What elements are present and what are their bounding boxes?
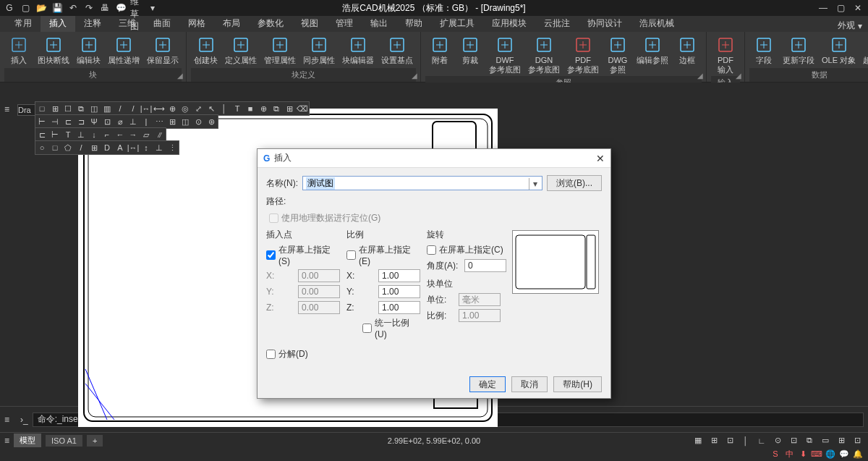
tool-btn-0-10[interactable]: ⊕ [166, 102, 179, 115]
title-dropdown-icon[interactable]: 二维草图 [130, 1, 143, 14]
maximize-button[interactable]: ▢ [833, 2, 848, 14]
tool-btn-1-7[interactable]: ⊥ [127, 115, 140, 128]
tool-btn-3-9[interactable]: ⊥ [153, 141, 166, 154]
tray-icon-1[interactable]: 中 [783, 448, 795, 460]
hamburger-icon[interactable]: ≡ [4, 104, 16, 116]
ribbon-btn-pdf-in[interactable]: PDF输入 [711, 34, 740, 76]
explode-checkbox[interactable] [266, 350, 276, 359]
status-toggle-4[interactable]: ∟ [755, 434, 768, 447]
tool-btn-1-10[interactable]: ⊞ [166, 115, 179, 128]
status-toggle-8[interactable]: ▭ [819, 434, 832, 447]
tool-btn-0-7[interactable]: / [127, 102, 140, 115]
ribbon-btn-ole[interactable]: OLE 对象 [819, 34, 859, 68]
panel-launcher-icon[interactable]: ◢ [412, 72, 417, 80]
ribbon-btn-block-break[interactable]: 图块断线 [35, 34, 72, 68]
tool-btn-0-4[interactable]: ◫ [88, 102, 101, 115]
ribbon-tab-5[interactable]: 网格 [179, 15, 214, 32]
tool-btn-2-9[interactable]: ⫽ [153, 128, 166, 141]
ribbon-tab-0[interactable]: 常用 [6, 15, 41, 32]
panel-launcher-icon[interactable]: ◢ [697, 72, 703, 80]
tool-btn-0-5[interactable]: ▥ [101, 102, 114, 115]
close-button[interactable]: ✕ [851, 2, 865, 14]
ribbon-btn-dwg[interactable]: DWG参照 [603, 34, 632, 76]
ribbon-btn-manage-attr[interactable]: 管理属性 [261, 34, 299, 68]
ribbon-btn-edit-block[interactable]: 编辑块 [74, 34, 103, 68]
ribbon-tab-8[interactable]: 视图 [292, 15, 327, 32]
tool-btn-0-16[interactable]: ■ [244, 102, 257, 115]
tool-btn-1-12[interactable]: ⊙ [192, 115, 205, 128]
tool-btn-1-0[interactable]: ⊢ [35, 115, 48, 128]
ribbon-tab-4[interactable]: 曲面 [145, 15, 179, 32]
sz-input[interactable] [378, 301, 420, 314]
scale-onscreen-checkbox[interactable] [346, 250, 356, 260]
tool-btn-1-11[interactable]: ◫ [179, 115, 192, 128]
tool-btn-3-5[interactable]: D [101, 141, 114, 154]
ribbon-tab-1[interactable]: 插入 [41, 15, 75, 32]
ribbon-btn-attr-inc[interactable]: 属性递增 [105, 34, 142, 68]
tool-btn-0-18[interactable]: ⧉ [270, 102, 283, 115]
ribbon-btn-field[interactable]: 字段 [749, 34, 778, 68]
save-icon[interactable]: 💾 [51, 1, 64, 14]
panel-launcher-icon[interactable]: ◢ [177, 72, 183, 80]
ribbon-btn-dgn[interactable]: DGN参考底图 [525, 34, 563, 76]
browse-button[interactable]: 浏览(B)... [547, 175, 602, 191]
tray-icon-0[interactable]: S [770, 448, 781, 460]
tool-btn-2-6[interactable]: ← [114, 128, 127, 141]
ribbon-tab-7[interactable]: 参数化 [249, 15, 292, 32]
tool-btn-0-0[interactable]: □ [35, 102, 48, 115]
tool-btn-1-3[interactable]: ⊐ [75, 115, 88, 128]
ribbon-btn-attach[interactable]: 附着 [425, 34, 454, 76]
tool-btn-0-2[interactable]: ☐ [61, 102, 75, 115]
tool-btn-0-1[interactable]: ⊞ [48, 102, 61, 115]
status-toggle-10[interactable]: ⊡ [851, 434, 864, 447]
ribbon-btn-frame[interactable]: 边框 [673, 34, 702, 76]
tray-icon-4[interactable]: 🌐 [825, 448, 836, 460]
cmd-hamburger-icon[interactable]: ≡ [4, 415, 16, 425]
tool-btn-2-7[interactable]: → [127, 128, 140, 141]
rot-onscreen-checkbox[interactable] [427, 245, 436, 255]
status-toggle-3[interactable]: │ [739, 434, 752, 447]
tab-model[interactable]: 模型 [14, 433, 41, 447]
ribbon-tab-2[interactable]: 注释 [75, 15, 110, 32]
help-button[interactable]: 帮助(H) [553, 376, 602, 392]
tool-btn-0-9[interactable]: ⟷ [153, 102, 166, 115]
tool-btn-2-2[interactable]: T [61, 128, 75, 141]
ribbon-tab-11[interactable]: 帮助 [396, 15, 431, 32]
uniform-checkbox[interactable] [362, 323, 372, 333]
tool-btn-0-15[interactable]: T [231, 102, 244, 115]
tool-btn-2-0[interactable]: ⊏ [35, 128, 48, 141]
ribbon-btn-sync-attr[interactable]: 同步属性 [300, 34, 338, 68]
tool-btn-1-6[interactable]: ⌀ [114, 115, 127, 128]
chevron-down-icon[interactable]: ▾ [529, 178, 540, 190]
ribbon-tab-9[interactable]: 管理 [327, 15, 362, 32]
ribbon-btn-edit-ref[interactable]: 编辑参照 [634, 34, 671, 76]
tool-btn-2-3[interactable]: ⊥ [75, 128, 88, 141]
app-logo-icon[interactable]: G [3, 1, 16, 14]
tool-btn-3-6[interactable]: A [114, 141, 127, 154]
status-hamburger-icon[interactable]: ≡ [4, 436, 9, 446]
chevron-down-icon[interactable]: ▾ [146, 1, 159, 14]
ribbon-tab-16[interactable]: 浩辰机械 [631, 15, 683, 32]
tool-btn-3-7[interactable]: |↔| [127, 141, 140, 154]
ribbon-btn-def-attr[interactable]: 定义属性 [222, 34, 260, 68]
status-toggle-0[interactable]: ▦ [692, 434, 705, 447]
status-toggle-7[interactable]: ⧉ [803, 434, 816, 447]
redo-icon[interactable]: ↷ [82, 1, 95, 14]
tool-btn-0-19[interactable]: ⊞ [283, 102, 296, 115]
status-toggle-9[interactable]: ⊞ [835, 434, 848, 447]
tool-btn-3-4[interactable]: ⊞ [88, 141, 101, 154]
tool-btn-3-2[interactable]: ⬠ [61, 141, 75, 154]
sy-input[interactable] [378, 285, 420, 298]
status-toggle-2[interactable]: ⊡ [723, 434, 736, 447]
cmd-chevron-icon[interactable]: ›_ [20, 415, 28, 425]
sx-input[interactable] [378, 269, 420, 282]
tray-icon-6[interactable]: 🔔 [852, 448, 864, 460]
tool-btn-3-0[interactable]: ○ [35, 141, 48, 154]
tool-btn-0-13[interactable]: ↖ [205, 102, 218, 115]
ribbon-tab-10[interactable]: 输出 [362, 15, 396, 32]
tool-btn-2-1[interactable]: ⊢ [48, 128, 61, 141]
ribbon-btn-dwf[interactable]: DWF参考底图 [486, 34, 524, 76]
ribbon-btn-keep-disp[interactable]: 保留显示 [144, 34, 182, 68]
status-toggle-1[interactable]: ⊞ [707, 434, 720, 447]
tool-btn-1-13[interactable]: ⊛ [205, 115, 218, 128]
